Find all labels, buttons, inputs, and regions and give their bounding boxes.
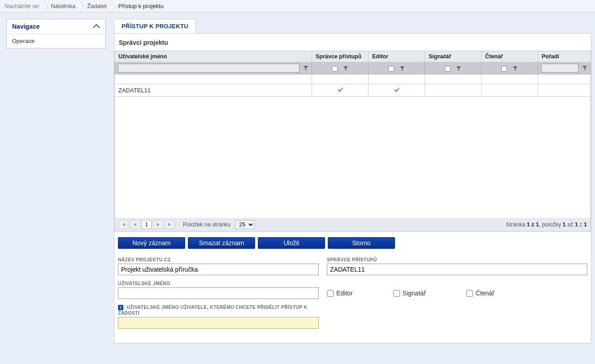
signatory-checkbox-wrap[interactable]: Signatář (393, 290, 426, 297)
reader-checkbox-label: Čtenář (476, 290, 495, 297)
col-order[interactable]: Pořadí (538, 51, 591, 62)
pager-info: Stránka 1 z 1, položky 1 až 1 z 1 (506, 221, 587, 228)
editor-checkbox[interactable] (327, 290, 334, 297)
username-input[interactable] (118, 287, 319, 299)
project-name-label: NÁZEV PROJEKTU CZ (118, 257, 319, 262)
reader-checkbox[interactable] (466, 290, 473, 297)
editor-checkbox-wrap[interactable]: Editor (327, 290, 353, 297)
grid-empty-space (114, 97, 591, 218)
section-title: Správci projektu (114, 34, 591, 51)
delete-record-button[interactable]: Smazat záznam (188, 237, 255, 249)
filter-signatory-checkbox[interactable] (445, 66, 451, 72)
nav-title: Navigace (12, 23, 39, 30)
pager: Položek na stránku 25 Stránka 1 z 1, pol… (114, 218, 591, 232)
access-admin-label: SPRÁVCE PŘÍSTUPŮ (327, 257, 587, 262)
action-bar: Nový záznam Smazat záznam Uložit Storno (114, 232, 591, 249)
col-username[interactable]: Uživatelské jméno (115, 51, 312, 62)
nav-panel: Navigace Operace (6, 19, 106, 48)
check-icon (337, 87, 343, 94)
access-admin-input[interactable] (327, 264, 587, 275)
chevron-right-icon (111, 0, 116, 13)
required-icon: i (118, 305, 123, 310)
chevron-right-icon (80, 0, 84, 13)
assign-username-input[interactable] (118, 317, 319, 329)
chevron-up-icon (93, 24, 100, 29)
sidebar: Navigace Operace (6, 19, 106, 343)
filter-icon[interactable] (512, 66, 518, 71)
nav-item-operations[interactable]: Operace (7, 34, 105, 48)
col-access-admin[interactable]: Správce přístupů (312, 51, 369, 62)
admins-grid: Uživatelské jméno Správce přístupů Edito… (114, 51, 591, 97)
save-button[interactable]: Uložit (258, 237, 325, 249)
filter-icon[interactable] (400, 66, 405, 71)
cell-reader (482, 84, 538, 97)
filter-editor-checkbox[interactable] (388, 66, 394, 72)
breadcrumb-item-current: Přístup k projektu (116, 0, 168, 12)
assign-username-label: i UŽIVATELSKÉ JMÉNO UŽIVATELE, KTERÉMU C… (118, 304, 319, 316)
filter-reader-checkbox[interactable] (501, 66, 507, 72)
pager-prev-button[interactable] (130, 220, 140, 229)
cancel-button[interactable]: Storno (328, 237, 395, 249)
signatory-checkbox-label: Signatář (403, 290, 426, 297)
pager-perpage-label: Položek na stránku (183, 221, 230, 228)
filter-username-input[interactable] (118, 64, 300, 73)
cell-signatory (425, 84, 482, 97)
project-name-input[interactable] (118, 264, 319, 275)
pager-last-button[interactable] (165, 220, 175, 229)
col-editor[interactable]: Editor (369, 51, 425, 62)
filter-order-input[interactable] (541, 64, 578, 73)
cell-username: ZADATEL11 (115, 84, 312, 97)
tab-project-access[interactable]: PŘÍSTUP K PROJEKTU (114, 19, 196, 33)
table-row-empty (115, 74, 591, 84)
cell-editor (369, 84, 425, 97)
reader-checkbox-wrap[interactable]: Čtenář (466, 290, 495, 297)
main: PŘÍSTUP K PROJEKTU Správci projektu Uživ… (114, 19, 591, 343)
signatory-checkbox[interactable] (393, 290, 400, 297)
pager-next-button[interactable] (153, 220, 163, 229)
breadcrumb-label: Nacházíte se: (4, 3, 40, 9)
table-row[interactable]: ZADATEL11 (115, 84, 591, 97)
cell-order (538, 84, 591, 97)
pager-page-input[interactable] (142, 220, 152, 229)
breadcrumb: Nacházíte se: Nástěnka Žadatel Přístup k… (0, 0, 595, 13)
breadcrumb-item-dashboard[interactable]: Nástěnka (48, 0, 80, 12)
new-record-button[interactable]: Nový záznam (118, 237, 185, 249)
panel: Správci projektu Uživatelské jméno Správ… (114, 33, 591, 343)
filter-icon[interactable] (582, 65, 587, 71)
filter-icon[interactable] (456, 66, 461, 71)
col-reader[interactable]: Čtenář (482, 51, 538, 62)
pager-first-button[interactable] (118, 220, 128, 229)
filter-icon[interactable] (303, 65, 308, 71)
filter-access-admin-checkbox[interactable] (332, 66, 338, 72)
filter-icon[interactable] (343, 66, 348, 71)
form: NÁZEV PROJEKTU CZ SPRÁVCE PŘÍSTUPŮ UŽIVA… (114, 249, 591, 329)
editor-checkbox-label: Editor (336, 290, 353, 297)
cell-access-admin (312, 84, 369, 97)
nav-header[interactable]: Navigace (7, 19, 105, 34)
pager-perpage-select[interactable]: 25 (235, 220, 255, 229)
breadcrumb-item-applicant[interactable]: Žadatel (84, 0, 111, 12)
check-icon (394, 87, 400, 94)
col-signatory[interactable]: Signatář (425, 51, 482, 62)
chevron-right-icon (44, 0, 48, 13)
username-label: UŽIVATELSKÉ JMÉNO (118, 281, 319, 286)
